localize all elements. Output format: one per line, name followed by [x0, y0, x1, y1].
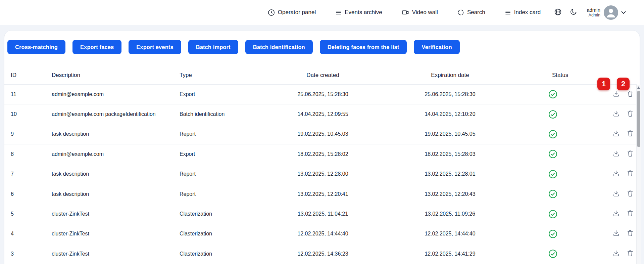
trash-icon[interactable] — [626, 189, 634, 199]
nav-label: Video wall — [412, 9, 438, 16]
cell-expiration: 12.02.2025, 14:44:40 — [374, 224, 527, 244]
cell-actions — [587, 184, 637, 204]
cell-expiration: 14.04.2025, 12:10:20 — [374, 104, 527, 124]
trash-icon[interactable] — [626, 90, 634, 99]
table-scrollbar[interactable] — [636, 85, 641, 264]
nav-item-events-archive[interactable]: Events archive — [335, 9, 382, 16]
download-icon[interactable] — [612, 229, 620, 238]
trash-icon[interactable] — [626, 169, 634, 179]
nav-item-operator-panel[interactable]: Operator panel — [268, 9, 316, 16]
cell-id: 9 — [4, 124, 45, 144]
cell-status — [527, 224, 587, 244]
col-header-id: ID — [4, 54, 45, 84]
download-icon[interactable] — [612, 169, 620, 179]
table-row: 11 admin@example.com Export 25.06.2025, … — [4, 84, 637, 104]
trash-icon[interactable] — [626, 249, 634, 259]
tasks-table: ID Description Type Date created Expirat… — [4, 54, 637, 264]
toolbar-button[interactable]: Batch import — [188, 40, 238, 54]
cell-description: admin@example.com — [45, 84, 173, 104]
dark-mode-moon-icon[interactable] — [570, 8, 577, 17]
status-success-icon — [548, 229, 557, 238]
cell-description: cluster-ZinkTest — [45, 224, 173, 244]
download-icon[interactable] — [612, 90, 620, 99]
toolbar-button[interactable]: Verification — [414, 40, 459, 54]
cell-status — [527, 164, 587, 184]
cell-type: Batch identification — [173, 104, 272, 124]
cell-expiration: 18.02.2025, 15:28:03 — [374, 144, 527, 164]
nav-label: Index card — [514, 9, 541, 16]
cell-date-created: 13.02.2025, 11:04:21 — [272, 204, 374, 224]
scrollbar-up-arrow[interactable] — [637, 86, 640, 89]
table-row: 9 task description Report 19.02.2025, 10… — [4, 124, 637, 144]
toolbar-button[interactable]: Export faces — [72, 40, 121, 54]
trash-icon[interactable] — [626, 129, 634, 139]
toolbar-button[interactable]: Cross-matching — [7, 40, 65, 54]
cell-status — [527, 84, 587, 104]
cell-id: 10 — [4, 104, 45, 124]
download-icon[interactable] — [612, 209, 620, 219]
status-success-icon — [548, 149, 557, 159]
col-header-status: Status — [527, 54, 587, 84]
cell-id: 8 — [4, 144, 45, 164]
trash-icon[interactable] — [626, 209, 634, 219]
status-success-icon — [548, 110, 557, 119]
language-globe-icon[interactable] — [554, 8, 562, 17]
trash-icon[interactable] — [626, 109, 634, 119]
nav-item-search[interactable]: Search — [457, 9, 485, 16]
cell-date-created: 25.06.2025, 15:28:30 — [272, 84, 374, 104]
trash-icon[interactable] — [626, 149, 634, 159]
chevron-down-icon[interactable] — [621, 9, 626, 15]
status-success-icon — [548, 210, 557, 219]
list-icon — [505, 9, 511, 16]
task-toolbar: Cross-matching Export faces Export event… — [7, 40, 460, 54]
nav-item-video-wall[interactable]: Video wall — [402, 9, 438, 16]
cell-expiration: 13.02.2025, 12:28:01 — [374, 164, 527, 184]
table-row: 8 admin@example.com Export 18.02.2025, 1… — [4, 144, 637, 164]
tasks-card: Cross-matching Export faces Export event… — [4, 30, 640, 264]
nav-item-index-card[interactable]: Index card — [505, 9, 541, 16]
table-header-row: ID Description Type Date created Expirat… — [4, 54, 637, 84]
download-icon[interactable] — [612, 129, 620, 139]
cell-date-created: 12.02.2025, 14:36:23 — [272, 244, 374, 264]
toolbar-button[interactable]: Deleting faces from the list — [320, 40, 407, 54]
cell-date-created: 19.02.2025, 10:45:03 — [272, 124, 374, 144]
col-header-expiration: Expiration date — [374, 54, 527, 84]
toolbar-button[interactable]: Batch identification — [245, 40, 313, 54]
download-icon[interactable] — [612, 109, 620, 119]
cell-status — [527, 144, 587, 164]
cell-type: Clasterization — [173, 244, 272, 264]
cell-status — [527, 124, 587, 144]
user-role: Admin — [587, 13, 600, 17]
cell-expiration: 13.02.2025, 12:20:43 — [374, 184, 527, 204]
status-success-icon — [548, 249, 557, 258]
download-icon[interactable] — [612, 249, 620, 259]
table-row: 6 task description Report 13.02.2025, 12… — [4, 184, 637, 204]
cell-actions — [587, 204, 637, 224]
cell-id: 5 — [4, 204, 45, 224]
cell-description: cluster-ZinkTest — [45, 204, 173, 224]
cell-description: cluster-ZinkTest — [45, 244, 173, 264]
cell-type: Report — [173, 124, 272, 144]
cell-type: Export — [173, 84, 272, 104]
download-icon[interactable] — [612, 189, 620, 199]
download-icon[interactable] — [612, 149, 620, 159]
toolbar-button[interactable]: Export events — [129, 40, 181, 54]
table-row: 4 cluster-ZinkTest Clasterization 12.02.… — [4, 224, 637, 244]
cell-date-created: 12.02.2025, 14:44:40 — [272, 224, 374, 244]
scrollbar-thumb[interactable] — [637, 91, 640, 147]
cell-actions — [587, 224, 637, 244]
user-menu[interactable]: admin Admin — [587, 5, 626, 20]
cell-type: Report — [173, 184, 272, 204]
status-success-icon — [548, 170, 557, 179]
trash-icon[interactable] — [626, 229, 634, 238]
cell-status — [527, 204, 587, 224]
search-icon — [457, 9, 464, 16]
cell-status — [527, 184, 587, 204]
cell-status — [527, 244, 587, 264]
cell-status — [527, 104, 587, 124]
avatar[interactable] — [604, 5, 618, 20]
cell-actions — [587, 144, 637, 164]
cell-expiration: 13.02.2025, 11:09:26 — [374, 204, 527, 224]
cell-description: admin@example.com — [45, 144, 173, 164]
clock-icon — [268, 9, 275, 16]
